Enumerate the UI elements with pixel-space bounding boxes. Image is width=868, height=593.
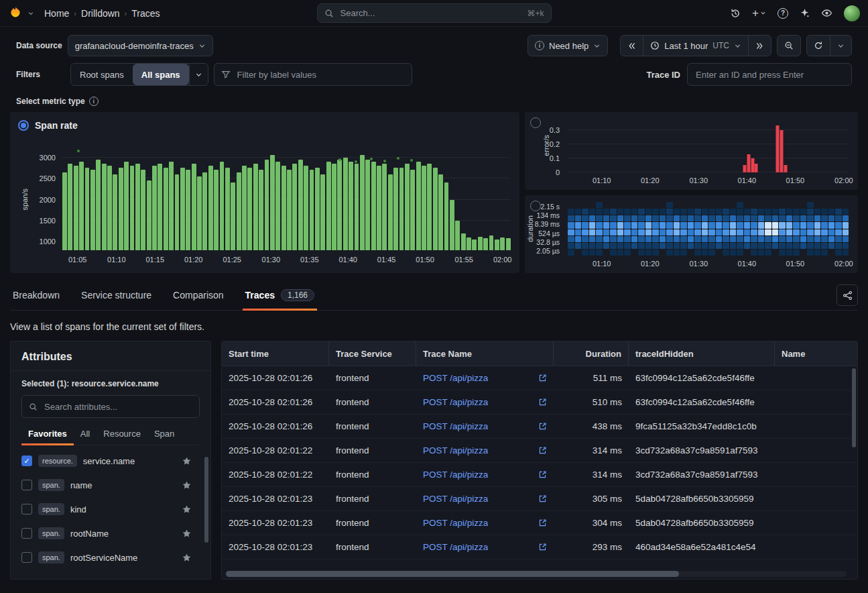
attribute-row[interactable]: span.kind [21,497,200,521]
attribute-search-wrap[interactable] [21,395,200,418]
breadcrumb-traces[interactable]: Traces [131,8,160,19]
column-header-start-time[interactable]: Start time [222,341,329,366]
attr-tab-favorites[interactable]: Favorites [21,423,74,445]
tab-service-structure[interactable]: Service structure [78,282,154,310]
tab-traces[interactable]: Traces1,166 [243,282,317,310]
org-switcher-chevron-icon[interactable] [27,10,34,17]
trace-id-input-wrap[interactable] [687,63,852,86]
attribute-checkbox[interactable] [21,480,32,490]
label-filter-input-wrap[interactable] [214,63,412,86]
time-shift-forward-button[interactable] [748,35,771,56]
trace-name-link[interactable]: POST /api/pizza [423,397,488,407]
trace-name-link[interactable]: POST /api/pizza [423,494,488,504]
table-row[interactable]: 2025-10-28 02:01:26frontendPOST /api/piz… [222,415,857,439]
column-header-duration[interactable]: Duration [554,341,629,366]
info-circle-icon[interactable]: i [89,97,99,106]
share-button[interactable] [836,284,858,306]
external-link-icon[interactable] [538,422,547,431]
column-header-trace-service[interactable]: Trace Service [329,341,416,366]
table-horizontal-scrollbar[interactable] [226,571,847,577]
attribute-row[interactable]: span.name [21,473,200,497]
trace-name-link[interactable]: POST /api/pizza [423,470,488,480]
new-menu-button[interactable]: + [752,7,766,19]
table-horizontal-scrollbar-thumb[interactable] [226,571,679,577]
tab-comparison[interactable]: Comparison [170,282,226,310]
attribute-checkbox[interactable] [21,528,32,539]
data-source-select[interactable]: grafanacloud-demoinfra-traces [68,35,213,56]
attr-tab-all[interactable]: All [74,423,97,445]
span-scope-segmented-control: Root spansAll spans [70,63,208,86]
table-row[interactable]: 2025-10-28 02:01:23frontendPOST /api/piz… [222,535,857,559]
exemplar-dot [383,160,386,162]
error-rate-radio[interactable] [530,117,541,128]
external-link-icon[interactable] [538,519,547,527]
segment-all-spans[interactable]: All spans [133,64,189,85]
favorite-star-icon[interactable] [182,480,192,490]
trace-name-link[interactable]: POST /api/pizza [423,373,488,383]
heatmap-cell [652,229,659,235]
trace-name-link[interactable]: POST /api/pizza [423,542,488,552]
favorite-star-icon[interactable] [182,529,192,539]
search-input[interactable] [339,7,522,19]
external-link-icon[interactable] [538,470,547,479]
span-rate-panel[interactable]: Span rate span/s 10001500200025003000 01… [10,112,519,273]
table-row[interactable]: 2025-10-28 02:01:23frontendPOST /api/piz… [222,511,857,535]
external-link-icon[interactable] [538,494,547,503]
attr-tab-resource[interactable]: Resource [97,423,147,445]
refresh-button[interactable] [806,35,830,56]
external-link-icon[interactable] [538,543,547,551]
history-button[interactable] [730,8,741,19]
favorite-star-icon[interactable] [182,553,192,563]
attribute-checkbox[interactable] [21,504,32,515]
attr-tab-span[interactable]: Span [147,423,181,445]
label-filter-input[interactable] [236,69,405,80]
global-search[interactable]: ⌘+k [317,3,552,23]
table-row[interactable]: 2025-10-28 02:01:26frontendPOST /api/piz… [222,390,857,415]
span-rate-bar [405,164,410,250]
trace-id-input[interactable] [694,69,845,80]
trace-name-link[interactable]: POST /api/pizza [423,445,488,455]
duration-panel[interactable]: duration 2.15 s134 ms8.39 ms524 µs32.8 µ… [525,195,858,273]
column-header-trace-name[interactable]: Trace Name [416,341,554,366]
error-rate-panel[interactable]: error/s 00.10.20.3 01:1001:2001:3001:400… [525,112,858,190]
column-header-traceidhidden[interactable]: traceIdHidden [629,341,775,366]
grot-ai-button[interactable] [800,8,810,18]
favorite-star-icon[interactable] [182,456,192,466]
help-button[interactable]: ? [778,8,788,19]
column-header-name[interactable]: Name [775,341,857,366]
table-row[interactable]: 2025-10-28 02:01:23frontendPOST /api/piz… [222,487,857,511]
table-row[interactable]: 2025-10-28 02:01:26frontendPOST /api/piz… [222,366,857,390]
attribute-search-input[interactable] [43,401,192,413]
table-row[interactable]: 2025-10-28 02:01:22frontendPOST /api/piz… [222,463,857,487]
favorite-star-icon[interactable] [182,504,192,515]
x-axis-tick-label: 01:10 [107,256,126,264]
attribute-row[interactable]: span.rootName [21,521,200,545]
segment-dropdown-button[interactable] [189,64,208,85]
time-range-picker[interactable]: Last 1 hour UTC [643,35,749,56]
attribute-checkbox[interactable] [21,552,32,563]
tab-breakdown[interactable]: Breakdown [10,282,62,310]
trace-name-link[interactable]: POST /api/pizza [423,518,488,528]
attributes-scrollbar[interactable] [204,457,208,543]
breadcrumb-home[interactable]: Home [44,8,69,19]
segment-root-spans[interactable]: Root spans [71,64,133,85]
trace-name-link[interactable]: POST /api/pizza [423,421,488,431]
external-link-icon[interactable] [538,398,547,407]
span-rate-radio[interactable] [18,120,29,131]
activity-button[interactable] [821,7,832,19]
time-shift-back-button[interactable] [620,35,643,56]
external-link-icon[interactable] [538,446,547,455]
attribute-row[interactable]: ✓resource.service.name [21,449,200,473]
table-row[interactable]: 2025-10-28 02:01:22frontendPOST /api/piz… [222,439,857,463]
duration-radio[interactable] [530,201,541,211]
attribute-checkbox[interactable]: ✓ [21,455,32,466]
table-vertical-scrollbar[interactable] [852,368,856,447]
external-link-icon[interactable] [538,374,547,382]
grafana-logo[interactable] [8,6,23,21]
breadcrumb-drilldown[interactable]: Drilldown [81,8,120,19]
need-help-button[interactable]: i Need help [528,35,608,56]
refresh-interval-button[interactable] [830,35,852,56]
zoom-out-button[interactable] [777,35,801,56]
attribute-row[interactable]: span.rootServiceName [21,545,200,570]
user-avatar[interactable] [844,5,860,21]
